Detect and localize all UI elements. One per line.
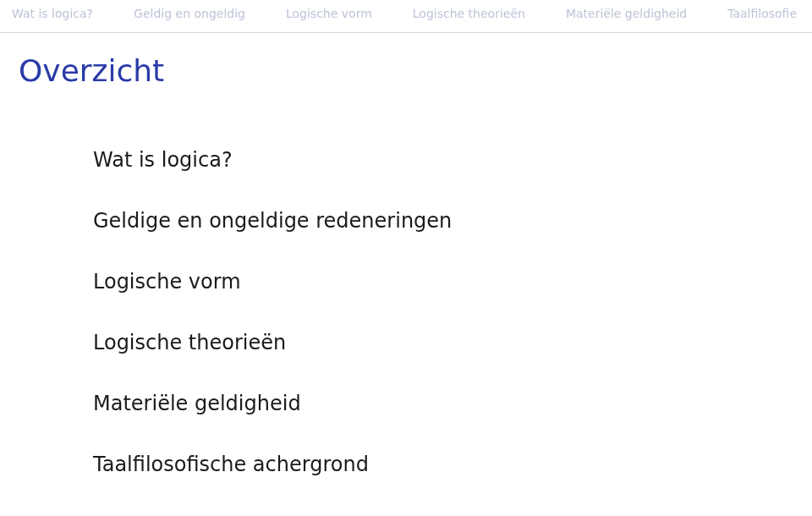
nav-item-geldig-en-ongeldig[interactable]: Geldig en ongeldig	[134, 7, 245, 20]
outline-item: Logische theorieën	[93, 330, 812, 355]
outline-list: Wat is logica? Geldige en ongeldige rede…	[0, 96, 812, 477]
top-nav: Wat is logica? Geldig en ongeldig Logisc…	[0, 0, 812, 33]
outline-item: Taalfilosofische achergrond	[93, 452, 812, 477]
slide-title: Overzicht	[0, 33, 812, 96]
outline-item: Materiële geldigheid	[93, 391, 812, 416]
nav-item-logische-vorm[interactable]: Logische vorm	[286, 7, 372, 20]
outline-item: Logische vorm	[93, 269, 812, 294]
outline-item: Geldige en ongeldige redeneringen	[93, 208, 812, 233]
nav-item-wat-is-logica[interactable]: Wat is logica?	[12, 7, 93, 20]
nav-item-logische-theorieen[interactable]: Logische theorieën	[413, 7, 525, 20]
nav-item-taalfilosofie[interactable]: Taalfilosofie	[727, 7, 797, 20]
nav-item-materiele-geldigheid[interactable]: Materiële geldigheid	[566, 7, 687, 20]
outline-item: Wat is logica?	[93, 147, 812, 173]
